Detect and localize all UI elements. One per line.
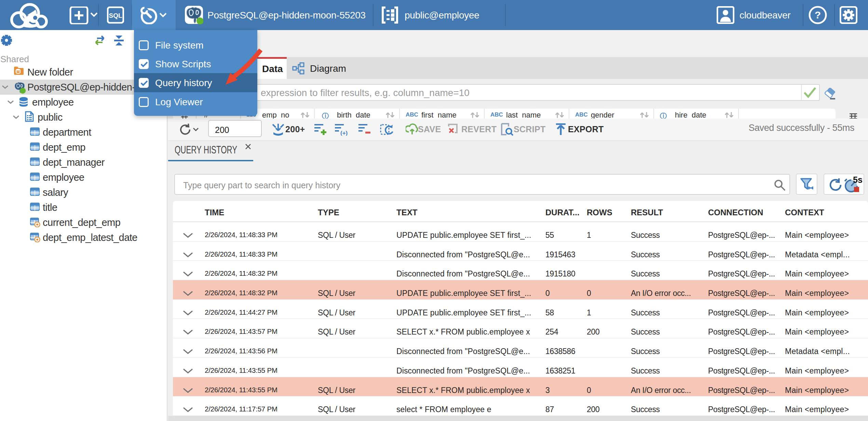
svg-text:SQL: SQL [109, 12, 122, 19]
svg-text:(+): (+) [340, 130, 348, 136]
svg-text:?: ? [815, 9, 821, 21]
